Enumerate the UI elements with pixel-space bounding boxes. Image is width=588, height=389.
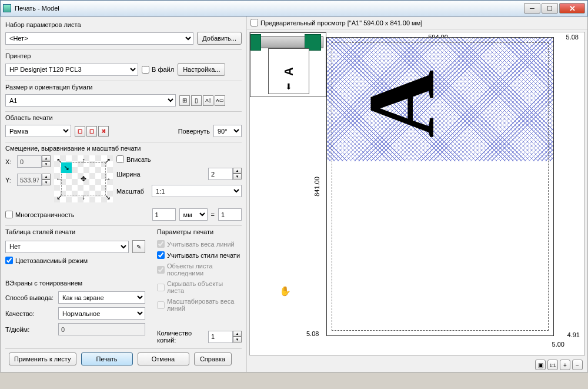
width-label: Ширина <box>116 171 148 178</box>
window-pick2-icon[interactable]: ◻ <box>86 126 97 137</box>
big-letter-a: A <box>348 70 456 138</box>
unit-left-input[interactable] <box>152 208 176 221</box>
dim-tr: 5.08 <box>566 34 579 41</box>
dim-br1: 4.91 <box>567 331 580 338</box>
style-edit-icon[interactable]: ✎ <box>132 240 145 253</box>
dpi-input <box>58 323 145 335</box>
opt-sheetlast: Объекты листа последними <box>157 262 242 277</box>
printer-label: Принтер <box>5 49 242 59</box>
minimize-button[interactable]: ─ <box>524 3 540 14</box>
landscape-b-icon[interactable]: A▭ <box>215 95 225 106</box>
landscape-a-icon[interactable]: A▯ <box>203 95 213 106</box>
zoom-extents-icon[interactable]: ▣ <box>535 360 546 370</box>
opt-scale-lw: Масштабировать веса линий <box>157 298 242 312</box>
maximize-button[interactable]: ☐ <box>542 3 558 14</box>
zoom-11-icon[interactable]: 1:1 <box>547 360 558 370</box>
dim-height: 841.00 <box>313 177 320 197</box>
apply-button[interactable]: Применить к листу <box>9 353 76 365</box>
mode-select[interactable]: Как на экране <box>58 291 145 304</box>
dialog-body: Набор параметров листа <Нет> Добавить...… <box>0 16 588 373</box>
add-size-icon[interactable]: ⊞ <box>179 95 190 106</box>
rotate-label: Повернуть <box>178 128 210 135</box>
unit-select[interactable]: мм <box>179 208 208 221</box>
rotate-select[interactable]: 90° <box>213 125 242 137</box>
print-options-label: Параметры печати <box>157 228 242 235</box>
dim-br2: 5.00 <box>552 341 564 348</box>
portrait-icon[interactable]: ▯ <box>191 95 202 106</box>
paper-sheet: A 841.00 <box>326 37 554 336</box>
title-bar: Печать - Model ─ ☐ ✕ <box>0 0 588 16</box>
left-panel: Набор параметров листа <Нет> Добавить...… <box>1 16 246 372</box>
help-button[interactable]: Справка <box>194 353 232 365</box>
scale-label: Масштаб <box>116 188 148 195</box>
preview-check[interactable]: Предварительный просмотр ["A1" 594.00 x … <box>250 19 584 26</box>
printer-select[interactable]: HP Designjet T120 PCL3 <box>5 64 138 76</box>
styles-select[interactable]: Нет <box>5 241 129 253</box>
viewport-label: ВЭкраны с тонированием <box>5 280 145 287</box>
equals-label: = <box>211 211 215 218</box>
preview-footer: ▣ 1:1 + − <box>247 358 587 372</box>
y-label: Y: <box>5 177 14 184</box>
printer-settings-button[interactable]: Настройка... <box>178 63 225 76</box>
y-spinner[interactable]: ▲▼ <box>17 174 51 186</box>
area-label: Область печати <box>5 111 242 121</box>
colordep-check[interactable]: Цветозависимый режим <box>5 257 145 264</box>
styles-label: Таблица стилей печати <box>5 228 145 235</box>
swap-icon[interactable]: ⤭ <box>98 126 109 137</box>
dim-bl: 5.08 <box>306 330 319 337</box>
copies-label: Количество копий: <box>157 330 205 344</box>
scale-select[interactable]: 1:1 <box>152 185 242 197</box>
tofile-label: В файл <box>152 66 174 73</box>
zoom-in-icon[interactable]: + <box>560 360 570 370</box>
paper-size-select[interactable]: A1 <box>5 94 176 107</box>
footer-buttons: Применить к листу Печать Отмена Справка <box>5 348 242 369</box>
print-button[interactable]: Печать <box>81 353 133 365</box>
window-title: Печать - Model <box>15 5 524 12</box>
close-button[interactable]: ✕ <box>559 3 585 14</box>
copies-spinner[interactable]: ▲▼ <box>208 331 242 343</box>
multipage-check[interactable]: Многостраничность <box>5 211 74 218</box>
quality-select[interactable]: Нормальное <box>58 307 145 320</box>
app-icon <box>3 4 11 12</box>
mode-label: Способ вывода: <box>5 294 55 301</box>
printer-thumbnail: A⬇ <box>250 32 326 97</box>
cancel-button[interactable]: Отмена <box>138 353 189 365</box>
hand-cursor-icon: ✋ <box>279 285 291 297</box>
window-pick-icon[interactable]: ◻ <box>75 126 85 137</box>
opt-hide: Скрывать объекты листа <box>157 280 242 294</box>
zoom-out-icon[interactable]: − <box>572 360 583 370</box>
area-select[interactable]: Рамка <box>5 125 71 137</box>
add-button[interactable]: Добавить... <box>197 32 242 45</box>
right-panel: Предварительный просмотр ["A1" 594.00 x … <box>246 16 587 372</box>
opt-styles[interactable]: Учитывать стили печати <box>157 251 242 259</box>
tofile-check[interactable]: В файл <box>142 66 174 74</box>
quality-label: Качество: <box>5 310 55 317</box>
sheet-select[interactable]: <Нет> <box>5 32 193 45</box>
linewidth-spinner[interactable]: ▲▼ <box>208 168 242 180</box>
sheet-params-label: Набор параметров листа <box>5 21 242 28</box>
dpi-label: Т/дюйм: <box>5 326 55 333</box>
preview-area[interactable]: A⬇ 594.00 5.08 A 841.00 ✋ 5.08 4.91 5.00 <box>249 32 585 355</box>
x-spinner[interactable]: ▲▼ <box>17 155 51 168</box>
opt-lineweight: Учитывать веса линий <box>157 240 242 248</box>
alignment-grid[interactable]: ↘ ↖↑↗ ←✥→ ↙↓↘ <box>54 155 113 202</box>
offset-label: Смещение, выравнивание и масштаб печати <box>5 142 242 152</box>
paper-label: Размер и ориентация бумаги <box>5 81 242 91</box>
fit-check[interactable]: Вписать <box>116 155 242 163</box>
x-label: X: <box>5 158 14 165</box>
unit-right-input[interactable] <box>218 208 242 221</box>
